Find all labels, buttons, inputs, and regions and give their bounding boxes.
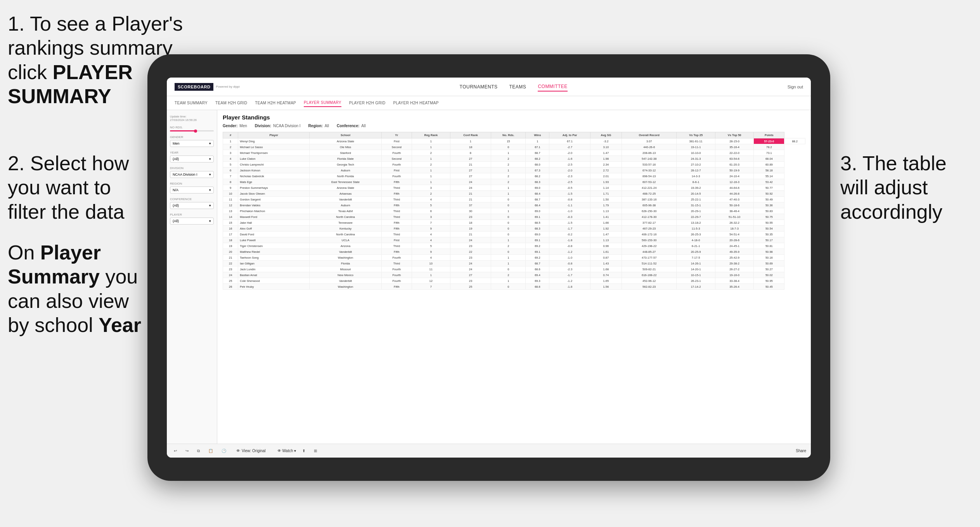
col-overall: Overall Record [622, 132, 677, 138]
table-row: 16Alex GoffKentuckyFifth919068.3-1.71.92… [223, 226, 805, 232]
sign-out[interactable]: Sign out [788, 85, 803, 89]
sidebar: Update time: 27/03/2024 16:56:26 No Rds.… [167, 110, 217, 444]
table-row: 13Phichaksn MaichonTexas A&MThird630169.… [223, 208, 805, 214]
col-no-rds: No. Rds. [491, 132, 526, 138]
table-row: 2Michael Le SassoOle MissSecond118067.1-… [223, 144, 805, 150]
col-wins: Wins [526, 132, 549, 138]
instruction-step3: 3. The table will adjust accordingly [840, 151, 968, 224]
col-points: Points [754, 132, 784, 138]
main-content: Update time: 27/03/2024 16:56:26 No Rds.… [167, 110, 811, 444]
sub-nav: TEAM SUMMARY TEAM H2H GRID TEAM H2H HEAT… [167, 96, 811, 110]
filters-row: Gender: Men Division: NCAA Division I Re… [223, 124, 805, 128]
redo-btn[interactable]: ↪ [183, 448, 191, 454]
conference-select[interactable]: (All) ▾ [170, 202, 214, 209]
instruction-step2: 2. Select how you want to filter the dat… [8, 151, 132, 224]
table-row: 18Luke PowellUCLAFirst424169.1-1.81.1350… [223, 237, 805, 243]
table-row: 12Brendan ValdesAuburnFifth537068.4-1.11… [223, 202, 805, 208]
filter-region: Region: All [308, 124, 329, 128]
division-label: Division [170, 166, 214, 170]
filter-division: Division: NCAA Division I [255, 124, 301, 128]
table-row: 8Mats EgeEast Tennessee StateFifth124268… [223, 179, 805, 185]
gender-select[interactable]: Men ▾ [170, 140, 214, 147]
subnav-player-h2h-grid[interactable]: PLAYER H2H GRID [349, 99, 386, 107]
view-original-btn[interactable]: 👁 View: Original [236, 449, 266, 453]
table-row: 1Wenyi DingArizona StateFirst1115167.1-3… [223, 138, 805, 144]
table-row: 17David FordNorth CarolinaThird421069.0-… [223, 232, 805, 237]
table-row: 22Ian GilliganFloridaThird1024168.7-0.81… [223, 261, 805, 266]
logo-area: SCOREBOARD Powered by dippi [175, 83, 240, 91]
table-row: 10Jacob Skov OlesenArkansasFifth221168.4… [223, 191, 805, 197]
paste-btn[interactable]: 📋 [206, 448, 215, 454]
table-row: 7Nicholas GabrelcikNorth FloridaFourth12… [223, 173, 805, 179]
col-yr: Yr [381, 132, 412, 138]
filter-gender: Gender: Men [223, 124, 247, 128]
nav-links: TOURNAMENTS TEAMS COMMITTEE [460, 82, 568, 92]
tablet-device: SCOREBOARD Powered by dippi TOURNAMENTS … [147, 54, 830, 481]
grid-btn[interactable]: ⊞ [312, 448, 319, 454]
col-player: Player [238, 132, 310, 138]
table-row: 3Michael ThorbjornsenStanfordFourth28168… [223, 150, 805, 156]
gender-label: Gender [170, 135, 214, 139]
watch-btn[interactable]: 👁 Watch ▾ [277, 449, 296, 453]
col-reg-rank: Reg Rank [412, 132, 450, 138]
bottom-toolbar: ↩ ↪ ⧉ 📋 🕐 👁 View: Original 👁 Watch ▾ ⬆ ⊞… [167, 444, 811, 458]
table-row: 5Christo LamprechtGeorgia TechFourth2212… [223, 162, 805, 168]
table-row: 19Tiger ChristensenArizonaThird523269.2-… [223, 243, 805, 249]
division-select[interactable]: NCAA Division I ▾ [170, 171, 214, 178]
logo: SCOREBOARD [175, 83, 213, 91]
share-btn[interactable]: Share [796, 449, 806, 453]
table-area: Player Standings Gender: Men Division: N… [217, 110, 811, 444]
subnav-team-summary[interactable]: TEAM SUMMARY [175, 99, 208, 107]
subnav-player-h2h-heatmap[interactable]: PLAYER H2H HEATMAP [393, 99, 439, 107]
table-row: 23Jack LundinMissouriFourth1124068.6-2.3… [223, 266, 805, 272]
undo-btn[interactable]: ↩ [171, 448, 179, 454]
conference-label: Conference [170, 197, 214, 201]
update-time: Update time: 27/03/2024 16:56:26 [170, 115, 214, 122]
nav-committee[interactable]: COMMITTEE [538, 82, 568, 92]
col-school: School [310, 132, 382, 138]
col-adj: Adj. to Par [549, 132, 590, 138]
subnav-player-summary[interactable]: PLAYER SUMMARY [304, 99, 341, 107]
col-vs25: Vs Top 25 [677, 132, 715, 138]
table-row: 6Jackson KoivunAuburnFirst127167.3-2.02.… [223, 168, 805, 173]
table-row: 15Jake HallTennesseeFifth718068.5-1.51.6… [223, 220, 805, 226]
table-row: 25Cole SherwoodVanderbiltFourth1223169.3… [223, 278, 805, 284]
player-label: Player [170, 213, 214, 216]
top-nav: SCOREBOARD Powered by dippi TOURNAMENTS … [167, 78, 811, 96]
subnav-team-h2h-grid[interactable]: TEAM H2H GRID [215, 99, 247, 107]
table-row: 4Luke ClatonFlorida StateSecond127268.2-… [223, 156, 805, 162]
table-row: 21Taehoon SongWashingtonFourth423169.2-1… [223, 255, 805, 261]
player-select[interactable]: (All) ▾ [170, 218, 214, 225]
col-avg-sg: Avg SG [590, 132, 622, 138]
tablet-screen: SCOREBOARD Powered by dippi TOURNAMENTS … [167, 78, 811, 458]
nav-teams[interactable]: TEAMS [509, 83, 526, 91]
year-select[interactable]: (All) ▾ [170, 156, 214, 162]
logo-sub: Powered by dippi [216, 85, 239, 88]
export-btn[interactable]: ⬆ [300, 448, 308, 454]
filter-conference: Conference: All [337, 124, 365, 128]
col-conf-rank: Conf Rank [450, 132, 491, 138]
table-row: 26Petr HrubyWashingtonFifth725068.6-1.81… [223, 284, 805, 290]
instruction-bottom: On Player Summary you can also view by s… [8, 240, 151, 337]
col-num: # [223, 132, 238, 138]
no-rds-slider[interactable] [170, 130, 214, 131]
col-vs50: Vs Top 50 [715, 132, 753, 138]
table-row: 9Preston SummerhaysArizona StateThird324… [223, 185, 805, 191]
table-row: 24Bastian AmatNew MexicoFourth127269.4-1… [223, 272, 805, 278]
subnav-team-h2h-heatmap[interactable]: TEAM H2H HEATMAP [255, 99, 296, 107]
table-row: 20Matthew RiedelVanderbiltFifth922069.1-… [223, 249, 805, 255]
table-title: Player Standings [223, 114, 805, 121]
table-header-row: # Player School Yr Reg Rank Conf Rank No… [223, 132, 805, 138]
year-label: Year [170, 151, 214, 154]
no-rds-label: No Rds. [170, 126, 214, 129]
copy-btn[interactable]: ⧉ [195, 448, 202, 454]
region-select[interactable]: N/A ▾ [170, 187, 214, 194]
standings-table: # Player School Yr Reg Rank Conf Rank No… [223, 132, 805, 290]
table-row: 14Maxwell FordNorth CarolinaThird323069.… [223, 214, 805, 220]
clock-btn[interactable]: 🕐 [219, 448, 229, 454]
region-label: Region [170, 182, 214, 185]
nav-tournaments[interactable]: TOURNAMENTS [460, 83, 498, 91]
table-row: 11Gordon SargentVanderbiltThird421068.7-… [223, 197, 805, 202]
